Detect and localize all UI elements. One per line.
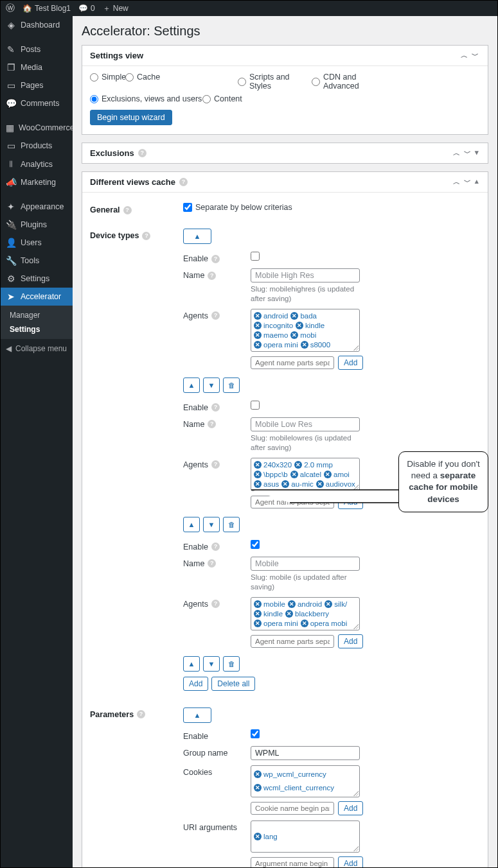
help-icon[interactable]: ?: [142, 232, 150, 240]
agent-tag[interactable]: ✕s8000: [301, 341, 330, 349]
submenu-item-settings[interactable]: Settings: [1, 322, 73, 336]
remove-tag-icon[interactable]: ✕: [288, 600, 296, 608]
remove-tag-icon[interactable]: ✕: [301, 620, 308, 627]
separate-checkbox-label[interactable]: Separate by below criterias: [183, 203, 480, 212]
site-link[interactable]: 🏠 Test Blog1: [22, 4, 71, 13]
sidebar-item-accelerator[interactable]: ➤Accelerator: [1, 288, 73, 306]
agent-tag[interactable]: ✕incognito: [254, 322, 293, 329]
agent-tag[interactable]: ✕maemo: [254, 331, 288, 339]
agent-tag[interactable]: ✕mobile: [254, 600, 285, 608]
sidebar-item-media[interactable]: ❐Media: [1, 58, 73, 76]
add-device-button[interactable]: Add: [183, 677, 208, 691]
radio-content[interactable]: Content: [202, 94, 276, 103]
help-icon[interactable]: ?: [208, 420, 216, 428]
remove-tag-icon[interactable]: ✕: [285, 610, 293, 618]
delete-button[interactable]: 🗑: [223, 656, 240, 672]
delete-button[interactable]: 🗑: [223, 378, 240, 393]
delete-all-devices-button[interactable]: Delete all: [211, 677, 255, 691]
chevron-down-icon[interactable]: ﹀: [463, 177, 472, 187]
device-enable-checkbox-0[interactable]: [251, 252, 260, 261]
cookie-add-input[interactable]: [251, 802, 334, 815]
radio-cdn-and-advanced[interactable]: CDN and Advanced: [312, 73, 389, 91]
uri-add-input[interactable]: [251, 857, 334, 867]
sidebar-item-products[interactable]: ▭Products: [1, 137, 73, 155]
chevron-up-icon[interactable]: ︿: [452, 148, 461, 158]
agent-tag[interactable]: ✕240x320: [254, 461, 292, 469]
remove-tag-icon[interactable]: ✕: [254, 600, 262, 608]
move-down-button[interactable]: ▼: [203, 517, 220, 532]
agent-tag[interactable]: ✕audiovox: [316, 480, 355, 488]
sidebar-item-tools[interactable]: 🔧Tools: [1, 252, 73, 270]
radio-simple[interactable]: Simple: [90, 73, 125, 82]
help-icon[interactable]: ?: [211, 542, 220, 551]
chevron-down-icon[interactable]: ﹀: [463, 148, 472, 158]
agent-tag[interactable]: ✕android: [254, 312, 288, 320]
radio-scripts-and-styles[interactable]: Scripts and Styles: [238, 73, 312, 91]
help-icon[interactable]: ?: [208, 559, 216, 568]
collapse-up-button[interactable]: ▲: [183, 707, 211, 723]
device-enable-checkbox-2[interactable]: [251, 540, 260, 549]
device-name-input-0[interactable]: [251, 268, 360, 282]
agents-tagbox-2[interactable]: ✕mobile✕android✕silk/✕kindle✕blackberry✕…: [251, 597, 360, 630]
device-name-input-2[interactable]: [251, 557, 360, 571]
agent-tag[interactable]: ✕opera mobi: [301, 620, 348, 627]
begin-setup-wizard-button[interactable]: Begin setup wizard: [90, 110, 172, 125]
remove-tag-icon[interactable]: ✕: [254, 322, 262, 329]
remove-tag-icon[interactable]: ✕: [254, 833, 262, 840]
agent-add-button-0[interactable]: Add: [338, 356, 363, 370]
help-icon[interactable]: ?: [211, 255, 220, 263]
tag[interactable]: ✕lang: [254, 824, 278, 849]
agent-tag[interactable]: ✕kindle: [296, 322, 325, 329]
exclusions-header[interactable]: Exclusions ? ︿﹀▾: [82, 143, 488, 163]
agent-add-input-0[interactable]: [251, 356, 334, 369]
agent-tag[interactable]: ✕mobi: [290, 331, 316, 339]
wordpress-icon[interactable]: ⓦ: [6, 3, 15, 14]
remove-tag-icon[interactable]: ✕: [254, 312, 262, 320]
help-icon[interactable]: ?: [138, 149, 147, 157]
tag[interactable]: ✕wp_wcml_currency: [254, 768, 326, 781]
help-icon[interactable]: ?: [179, 178, 188, 186]
cookie-add-button[interactable]: Add: [338, 801, 363, 815]
uri-add-button[interactable]: Add: [338, 856, 363, 867]
remove-tag-icon[interactable]: ✕: [296, 322, 303, 329]
separate-checkbox[interactable]: [183, 203, 192, 212]
help-icon[interactable]: ?: [211, 403, 220, 412]
agent-tag[interactable]: ✕blackberry: [285, 610, 329, 618]
sidebar-item-settings[interactable]: ⚙Settings: [1, 270, 73, 288]
help-icon[interactable]: ?: [123, 206, 132, 214]
new-link[interactable]: ＋ New: [103, 3, 129, 14]
collapse-menu[interactable]: ◀Collapse menu: [1, 339, 73, 358]
cookies-tagbox[interactable]: ✕wp_wcml_currency✕wcml_client_currency: [251, 765, 360, 797]
remove-tag-icon[interactable]: ✕: [290, 471, 298, 478]
sidebar-item-comments[interactable]: 💬Comments: [1, 94, 73, 112]
sidebar-item-plugins[interactable]: 🔌Plugins: [1, 216, 73, 234]
agent-tag[interactable]: ✕amoi: [324, 471, 350, 478]
agents-tagbox-0[interactable]: ✕android✕bada✕incognito✕kindle✕maemo✕mob…: [251, 309, 360, 352]
sidebar-item-posts[interactable]: ✎Posts: [1, 40, 73, 58]
dropup-icon[interactable]: ▴: [474, 177, 480, 187]
help-icon[interactable]: ?: [208, 272, 216, 280]
remove-tag-icon[interactable]: ✕: [301, 341, 308, 349]
move-up-button[interactable]: ▲: [183, 656, 200, 672]
move-up-button[interactable]: ▲: [183, 378, 200, 393]
agent-tag[interactable]: ✕kindle: [254, 610, 283, 618]
agent-tag[interactable]: ✕2.0 mmp: [294, 461, 333, 469]
sidebar-item-dashboard[interactable]: ◈Dashboard: [1, 16, 73, 34]
help-icon[interactable]: ?: [211, 460, 220, 469]
dvc-header[interactable]: Different views cache ? ︿﹀▴: [82, 172, 488, 193]
remove-tag-icon[interactable]: ✕: [254, 620, 262, 627]
submenu-item-manager[interactable]: Manager: [1, 308, 73, 322]
remove-tag-icon[interactable]: ✕: [324, 471, 332, 478]
remove-tag-icon[interactable]: ✕: [290, 331, 298, 339]
sidebar-item-appearance[interactable]: ✦Appearance: [1, 198, 73, 216]
agent-add-input-2[interactable]: [251, 635, 334, 648]
chevron-down-icon[interactable]: ﹀: [470, 51, 480, 60]
remove-tag-icon[interactable]: ✕: [316, 480, 324, 488]
radio-cache[interactable]: Cache: [125, 73, 238, 82]
device-enable-checkbox-1[interactable]: [251, 401, 260, 410]
sidebar-item-pages[interactable]: ▭Pages: [1, 76, 73, 94]
chevron-up-icon[interactable]: ︿: [452, 177, 461, 187]
chevron-up-icon[interactable]: ︿: [459, 51, 469, 60]
agent-tag[interactable]: ✕android: [288, 600, 322, 608]
move-down-button[interactable]: ▼: [203, 656, 220, 672]
